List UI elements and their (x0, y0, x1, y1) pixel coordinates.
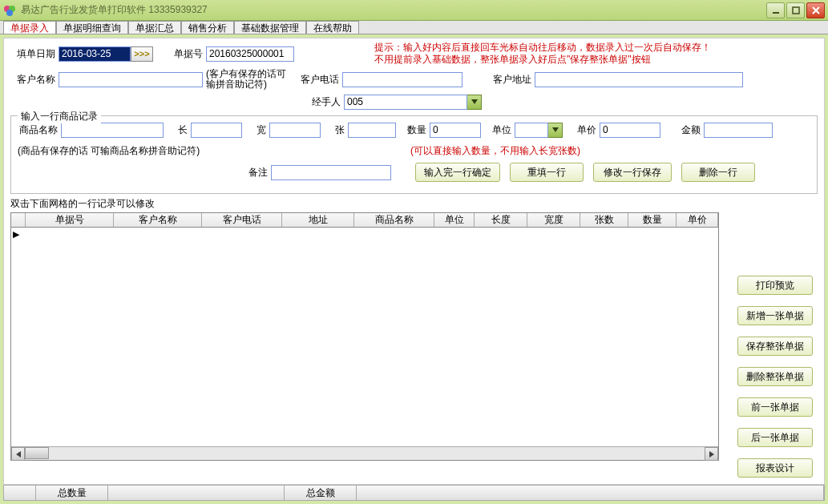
handler-combo[interactable] (344, 95, 482, 110)
row-marker-icon: ▶ (13, 229, 19, 240)
horizontal-scrollbar[interactable] (11, 446, 718, 460)
footer-total-qty-value (108, 486, 285, 500)
product-name-label: 商品名称 (18, 123, 61, 137)
svg-rect-3 (773, 12, 779, 14)
remark-label: 备注 (244, 166, 271, 179)
grid-col-product[interactable]: 商品名称 (354, 213, 434, 227)
handler-dropdown-button[interactable] (467, 95, 482, 110)
fieldset-legend: 输入一行商品记录 (18, 110, 101, 123)
grid-col-address[interactable]: 地址 (282, 213, 354, 227)
unit-label: 单位 (486, 123, 515, 137)
hint-line-1: 提示：输入好内容后直接回车光标自动往后移动，数据录入过一次后自动保存！ (374, 42, 711, 54)
amount-label: 金额 (668, 123, 704, 137)
grid-body[interactable]: ▶ (11, 228, 718, 446)
titlebar: 易达广告行业发货单打印软件 13335939327 (0, 0, 828, 21)
customer-addr-input[interactable] (535, 72, 743, 87)
side-button-panel: 打印预览 新增一张单据 保存整张单据 删除整张单据 前一张单据 后一张单据 报表… (737, 276, 813, 478)
grid-col-width[interactable]: 宽度 (527, 213, 580, 227)
main-content: 填单日期 >>> 单据号 提示：输入好内容后直接回车光标自动往后移动，数据录入过… (3, 38, 825, 485)
qty-label: 数量 (401, 123, 430, 137)
amount-input[interactable] (704, 123, 773, 138)
svg-rect-4 (793, 7, 799, 14)
order-no-label: 单据号 (161, 47, 206, 61)
tab-bar: 单据录入 单据明细查询 单据汇总 销售分析 基础数据管理 在线帮助 (0, 21, 828, 34)
grid-col-phone[interactable]: 客户电话 (202, 213, 282, 227)
close-button[interactable] (806, 2, 825, 18)
grid-col-length[interactable]: 长度 (475, 213, 527, 227)
grid-col-customer[interactable]: 客户名称 (114, 213, 202, 227)
report-design-button[interactable]: 报表设计 (737, 458, 813, 478)
next-order-button[interactable]: 后一张单据 (737, 428, 813, 447)
app-icon (3, 4, 16, 17)
scroll-track[interactable] (25, 447, 705, 460)
svg-point-2 (6, 10, 13, 16)
modify-row-button[interactable]: 修改一行保存 (593, 163, 672, 182)
customer-phone-input[interactable] (342, 72, 462, 87)
grid-hint: 双击下面网格的一行记录可以修改 (10, 197, 818, 211)
new-order-button[interactable]: 新增一张单据 (737, 306, 813, 325)
product-entry-fieldset: 输入一行商品记录 商品名称 长 宽 张 数量 单位 单价 金额 (商品有保存的话 (10, 115, 818, 194)
tab-detail-query[interactable]: 单据明细查询 (56, 21, 128, 34)
delete-order-button[interactable]: 删除整张单据 (737, 367, 813, 386)
footer-total-qty-label: 总数量 (36, 486, 108, 500)
hint-line-2: 不用提前录入基础数据，整张单据录入好后点"保存整张单据"按钮 (374, 54, 711, 66)
tab-help[interactable]: 在线帮助 (306, 21, 359, 34)
save-order-button[interactable]: 保存整张单据 (737, 337, 813, 356)
delete-row-button[interactable]: 删除一行 (681, 163, 755, 182)
print-preview-button[interactable]: 打印预览 (737, 276, 813, 295)
customer-name-label: 客户名称 (10, 73, 59, 87)
qty-hint: (可以直接输入数量，不用输入长宽张数) (410, 144, 580, 158)
tab-entry[interactable]: 单据录入 (3, 21, 56, 34)
grid-col-unit[interactable]: 单位 (434, 213, 475, 227)
scroll-right-button[interactable] (705, 447, 718, 461)
customer-addr-label: 客户地址 (479, 73, 535, 87)
unit-dropdown-button[interactable] (548, 123, 563, 138)
customer-name-note: (客户有保存的话可输拼音助记符) (206, 69, 294, 90)
remark-input[interactable] (271, 165, 391, 180)
window-title: 易达广告行业发货单打印软件 13335939327 (21, 3, 766, 17)
scroll-thumb[interactable] (25, 447, 49, 459)
confirm-row-button[interactable]: 输入完一行确定 (415, 163, 500, 182)
unit-input[interactable] (515, 123, 548, 138)
tab-base-data[interactable]: 基础数据管理 (234, 21, 306, 34)
grid-col-sheets[interactable]: 张数 (580, 213, 628, 227)
footer-spacer-1 (4, 486, 36, 500)
grid-col-order-no[interactable]: 单据号 (26, 213, 114, 227)
data-grid[interactable]: 单据号 客户名称 客户电话 地址 商品名称 单位 长度 宽度 张数 数量 单价 … (10, 212, 719, 461)
price-label: 单价 (567, 123, 600, 137)
grid-col-qty[interactable]: 数量 (628, 213, 677, 227)
date-picker-button[interactable]: >>> (131, 46, 153, 62)
maximize-button[interactable] (786, 2, 805, 18)
status-bar: 总数量 总金额 (3, 485, 825, 501)
price-input[interactable] (600, 123, 660, 138)
qty-input[interactable] (430, 123, 481, 138)
unit-combo[interactable] (515, 123, 563, 138)
tab-sales-analysis[interactable]: 销售分析 (181, 21, 234, 34)
grid-col-marker[interactable] (11, 213, 26, 227)
customer-phone-label: 客户电话 (294, 73, 342, 87)
footer-total-amount-label: 总金额 (285, 486, 357, 500)
footer-total-amount-value (357, 486, 824, 500)
sheets-input[interactable] (348, 123, 396, 138)
prev-order-button[interactable]: 前一张单据 (737, 397, 813, 417)
refill-row-button[interactable]: 重填一行 (510, 163, 584, 182)
handler-label: 经手人 (296, 95, 344, 109)
grid-col-price[interactable]: 单价 (677, 213, 718, 227)
width-label: 宽 (247, 123, 269, 137)
minimize-button[interactable] (766, 2, 785, 18)
tab-summary[interactable]: 单据汇总 (128, 21, 181, 34)
grid-header: 单据号 客户名称 客户电话 地址 商品名称 单位 长度 宽度 张数 数量 单价 (11, 213, 718, 228)
product-name-note: (商品有保存的话 可输商品名称拼音助记符) (18, 144, 242, 158)
length-label: 长 (168, 123, 191, 137)
width-input[interactable] (269, 123, 321, 138)
order-no-input[interactable] (206, 46, 294, 62)
length-input[interactable] (191, 123, 242, 138)
date-label: 填单日期 (10, 47, 59, 61)
date-input[interactable] (59, 46, 131, 62)
scroll-left-button[interactable] (11, 447, 25, 461)
handler-input[interactable] (344, 95, 467, 110)
customer-name-input[interactable] (59, 72, 203, 87)
sheets-label: 张 (325, 123, 348, 137)
product-name-input[interactable] (61, 123, 164, 138)
